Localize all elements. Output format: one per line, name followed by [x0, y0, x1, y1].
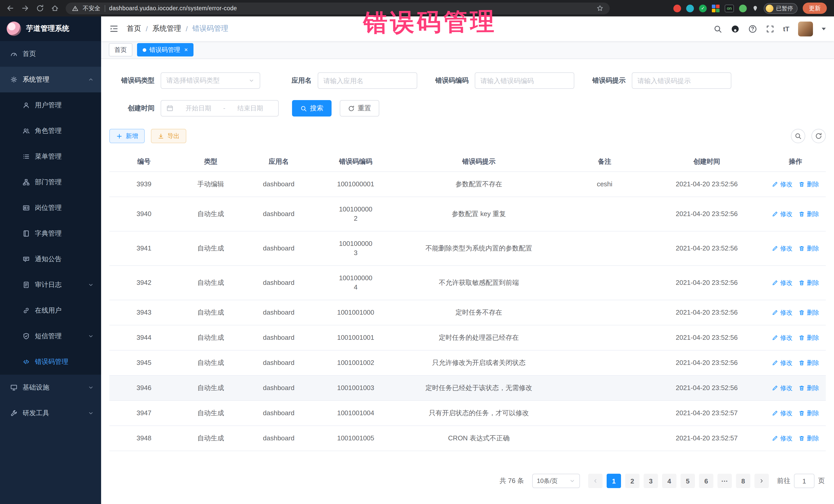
sidebar-collapse-icon[interactable] [109, 24, 118, 34]
filter-row-1: 错误码类型 请选择错误码类型 应用名 错误码编码 错误码提示 [109, 72, 826, 89]
edit-button[interactable]: 修改 [772, 434, 792, 443]
github-icon[interactable] [730, 24, 739, 33]
tab-error-code[interactable]: 错误码管理× [137, 43, 194, 57]
page-button-6[interactable]: 6 [699, 474, 714, 488]
page-button-5[interactable]: 5 [681, 474, 695, 488]
edit-button[interactable]: 修改 [772, 333, 792, 342]
app-name-input[interactable] [318, 72, 417, 89]
prev-page-button[interactable] [588, 474, 602, 488]
delete-button[interactable]: 删除 [798, 409, 819, 418]
edit-button[interactable]: 修改 [772, 278, 792, 287]
page-button-4[interactable]: 4 [662, 474, 676, 488]
annotation-overlay: 错误码管理 [363, 5, 497, 39]
page-size-select[interactable]: 10条/页 [532, 474, 580, 488]
bookmark-star-icon[interactable] [596, 5, 603, 12]
delete-button[interactable]: 删除 [798, 308, 819, 317]
op-label: 修改 [780, 180, 792, 189]
sidebar-item-post[interactable]: 岗位管理 [0, 195, 101, 221]
tab-home[interactable]: 首页 [109, 43, 132, 57]
sidebar-item-errorcode[interactable]: 错误码管理 [0, 349, 101, 375]
browser-reload-icon[interactable] [36, 4, 44, 12]
next-page-button[interactable] [754, 474, 769, 488]
page-button-8[interactable]: 8 [736, 474, 750, 488]
delete-button[interactable]: 删除 [798, 333, 819, 342]
sidebar-item-online[interactable]: 在线用户 [0, 298, 101, 323]
profile-paused-badge[interactable]: 已暂停 [764, 3, 797, 14]
user-avatar[interactable] [798, 21, 813, 36]
error-code-input[interactable] [475, 72, 574, 89]
edit-button[interactable]: 修改 [772, 384, 792, 393]
date-range-picker[interactable]: 开始日期 - 结束日期 [161, 100, 279, 116]
cell-code: 1001001005 [314, 426, 397, 451]
sidebar-item-system[interactable]: 系统管理 [0, 67, 101, 92]
sidebar-menu: 首页系统管理用户管理角色管理菜单管理部门管理岗位管理字典管理通知公告审计日志在线… [0, 41, 101, 426]
delete-button[interactable]: 删除 [798, 244, 819, 253]
sidebar-item-dict[interactable]: 字典管理 [0, 221, 101, 246]
url-text: dashboard.yudao.iocoder.cn/system/error-… [109, 5, 592, 11]
extension-icon-check[interactable] [699, 4, 707, 12]
delete-button[interactable]: 删除 [798, 278, 819, 287]
edit-button[interactable]: 修改 [772, 409, 792, 418]
delete-button[interactable]: 删除 [798, 210, 819, 219]
sidebar-item-sms[interactable]: 短信管理 [0, 323, 101, 349]
page-ellipsis[interactable]: ··· [718, 474, 732, 488]
breadcrumb-section[interactable]: 系统管理 [152, 24, 181, 34]
delete-button[interactable]: 删除 [798, 180, 819, 189]
security-warning-icon[interactable] [72, 5, 79, 12]
cell-id: 3941 [109, 236, 179, 261]
extension-pin-icon[interactable] [752, 5, 759, 12]
goto-page-input[interactable] [794, 474, 814, 488]
error-type-select[interactable]: 请选择错误码类型 [161, 72, 260, 89]
sidebar-item-user[interactable]: 用户管理 [0, 92, 101, 118]
toggle-search-button[interactable] [791, 129, 805, 143]
sidebar-item-audit[interactable]: 审计日志 [0, 272, 101, 298]
extension-icon-teal[interactable] [686, 4, 694, 12]
help-icon[interactable] [748, 24, 757, 33]
sidebar-item-dept[interactable]: 部门管理 [0, 169, 101, 195]
delete-button[interactable]: 删除 [798, 358, 819, 368]
font-size-icon[interactable]: tT [783, 25, 789, 32]
delete-button[interactable]: 删除 [798, 384, 819, 393]
sidebar-item-menu[interactable]: 菜单管理 [0, 144, 101, 169]
page-button-3[interactable]: 3 [643, 474, 658, 488]
extension-on-badge[interactable]: on [725, 4, 734, 12]
error-message-input[interactable] [632, 72, 731, 89]
cell-type: 自动生成 [179, 426, 243, 451]
edit-button[interactable]: 修改 [772, 210, 792, 219]
table-toolbar: 新增 导出 [109, 129, 826, 143]
extension-icon-red[interactable] [673, 4, 681, 12]
page-button-2[interactable]: 2 [625, 474, 639, 488]
address-bar[interactable]: 不安全 dashboard.yudao.iocoder.cn/system/er… [66, 2, 610, 14]
fullscreen-icon[interactable] [766, 24, 774, 33]
table-row: 3941自动生成dashboard100100000 3不能删除类型为系统内置的… [109, 232, 826, 266]
browser-update-button[interactable]: 更新 [803, 3, 827, 14]
caret-down-icon[interactable] [822, 27, 826, 30]
breadcrumb-home[interactable]: 首页 [127, 24, 141, 34]
browser-back-icon[interactable] [6, 4, 14, 12]
sidebar-item-devtool[interactable]: 研发工具 [0, 400, 101, 426]
extension-icon-grid[interactable] [712, 4, 720, 12]
search-icon[interactable] [713, 24, 722, 33]
search-button[interactable]: 搜索 [292, 100, 332, 116]
edit-button[interactable]: 修改 [772, 180, 792, 189]
sidebar-item-role[interactable]: 角色管理 [0, 118, 101, 144]
delete-button[interactable]: 删除 [798, 434, 819, 443]
tab-close-icon[interactable]: × [184, 47, 188, 53]
cell-code: 100100000 2 [314, 197, 397, 231]
code-icon [23, 358, 30, 366]
sidebar-item-notice[interactable]: 通知公告 [0, 246, 101, 272]
browser-home-icon[interactable] [51, 4, 59, 12]
app-logo[interactable]: 芋道管理系统 [0, 17, 101, 41]
page-button-1[interactable]: 1 [607, 474, 621, 488]
sidebar-item-infra[interactable]: 基础设施 [0, 375, 101, 400]
reset-button[interactable]: 重置 [340, 100, 379, 116]
refresh-table-button[interactable] [811, 129, 826, 143]
sidebar-item-home[interactable]: 首页 [0, 41, 101, 67]
edit-button[interactable]: 修改 [772, 308, 792, 317]
export-button[interactable]: 导出 [151, 129, 186, 143]
edit-button[interactable]: 修改 [772, 358, 792, 368]
add-button[interactable]: 新增 [109, 129, 145, 143]
extension-icon-leaf[interactable] [739, 4, 747, 12]
browser-forward-icon[interactable] [21, 4, 29, 12]
edit-button[interactable]: 修改 [772, 244, 792, 253]
